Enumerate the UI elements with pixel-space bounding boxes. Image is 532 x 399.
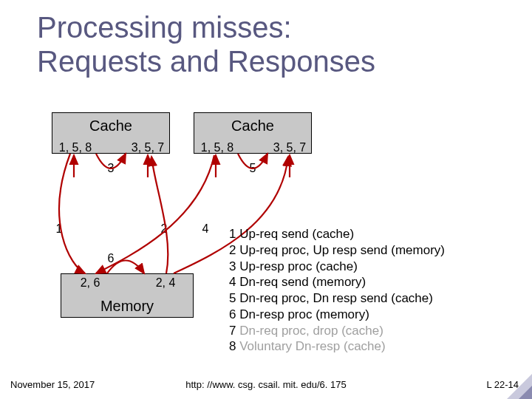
cache-2-title: Cache — [231, 117, 274, 134]
diagram-stage: Cache 1, 5, 8 3, 5, 7 3 Cache 1, 5, 8 3,… — [0, 0, 532, 399]
memory-title: Memory — [100, 298, 154, 315]
legend-row: 5 Dn-req proc, Dn resp send (cache) — [229, 290, 445, 307]
label-step-1: 1 — [56, 222, 63, 236]
legend-row: 7 Dn-req proc, drop (cache) — [229, 323, 445, 339]
legend-row: 6 Dn-resp proc (memory) — [229, 307, 445, 323]
cache-1-title: Cache — [89, 117, 132, 134]
footer-date: November 15, 2017 — [10, 379, 95, 390]
cache-2-right: 3, 5, 7 — [273, 141, 306, 154]
legend-row: 8 Voluntary Dn-resp (cache) — [229, 338, 445, 355]
legend-row: 2 Up-req proc, Up resp send (memory) — [229, 242, 445, 259]
page-curl-icon — [507, 374, 532, 399]
cache-2-below: 5 — [250, 162, 256, 175]
cache-1-below: 3 — [108, 162, 115, 175]
label-step-2: 2 — [161, 222, 168, 236]
footer-url: http: //www. csg. csail. mit. edu/6. 175 — [185, 379, 346, 390]
cache-1-right: 3, 5, 7 — [132, 141, 164, 154]
cache-2-left: 1, 5, 8 — [201, 141, 233, 154]
label-step-6: 6 — [108, 252, 115, 265]
legend: 1 Up-req send (cache) 2 Up-req proc, Up … — [229, 226, 445, 355]
legend-row: 3 Up-resp proc (cache) — [229, 259, 445, 275]
legend-row: 1 Up-req send (cache) — [229, 226, 445, 242]
memory-left: 2, 6 — [81, 276, 100, 290]
label-step-4: 4 — [202, 222, 209, 236]
legend-row: 4 Dn-req send (memory) — [229, 274, 445, 290]
memory-right: 2, 4 — [156, 276, 176, 290]
cache-1-left: 1, 5, 8 — [59, 141, 92, 154]
